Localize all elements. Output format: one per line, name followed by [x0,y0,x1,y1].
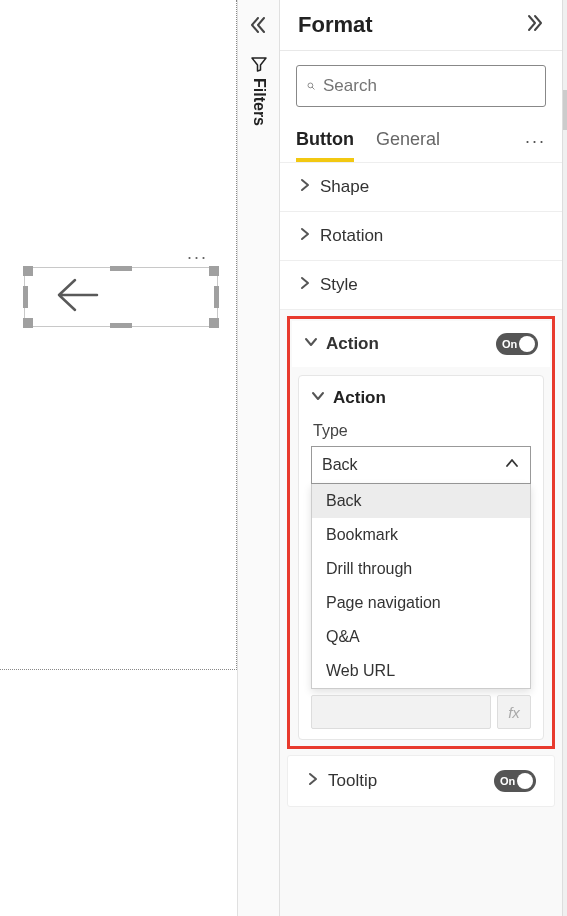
visual-options-menu[interactable]: ··· [187,247,208,268]
chevron-up-icon [504,455,520,475]
chevron-right-icon [298,178,312,196]
section-style[interactable]: Style [280,261,562,310]
svg-line-1 [312,87,314,89]
toggle-on-label: On [502,338,517,350]
format-tabs: Button General ··· [280,117,562,163]
section-label: Style [320,275,544,295]
fx-button[interactable]: fx [497,695,531,729]
section-label: Shape [320,177,544,197]
filter-icon [251,56,267,72]
report-canvas[interactable]: ··· [0,0,237,670]
resize-handle[interactable] [23,318,33,328]
search-icon [307,76,315,96]
format-pane-body: Button General ··· Shape Rotation Style … [280,50,562,916]
filters-pane-label[interactable]: Filters [250,56,268,126]
section-rotation[interactable]: Rotation [280,212,562,261]
section-label: Rotation [320,226,544,246]
chevron-right-icon [298,276,312,294]
tooltip-toggle[interactable]: On [494,770,536,792]
resize-handle[interactable] [110,266,132,271]
disabled-field-row: fx [311,695,531,729]
filters-text: Filters [250,78,268,126]
tab-button[interactable]: Button [296,121,354,162]
toggle-knob [519,336,535,352]
dropdown-option-page-navigation[interactable]: Page navigation [312,586,530,620]
chevron-right-icon [306,772,320,790]
filters-pane-collapsed: Filters [237,0,279,916]
section-label: Action [326,334,488,354]
chevron-right-icon [298,227,312,245]
section-label: Tooltip [328,771,486,791]
back-arrow-icon [53,276,101,318]
card-title: Action [333,388,386,408]
button-visual[interactable]: ··· [24,267,218,327]
format-search-box[interactable] [296,65,546,107]
pane-title: Format [298,12,373,38]
section-action[interactable]: Action On [292,321,550,367]
action-sub-header[interactable]: Action [299,376,543,416]
action-card: Action Type Back Back Bookmark Drill thr… [298,375,544,740]
dropdown-option-web-url[interactable]: Web URL [312,654,530,688]
action-type-dropdown: Back Bookmark Drill through Page navigat… [311,484,531,689]
right-collapsed-pane-tab[interactable] [563,90,567,130]
resize-handle[interactable] [209,318,219,328]
resize-handle[interactable] [209,266,219,276]
action-type-select[interactable]: Back [311,446,531,484]
format-pane-header: Format [280,0,562,50]
selection-outline [24,267,218,327]
search-input[interactable] [323,76,535,96]
toggle-on-label: On [500,775,515,787]
resize-handle[interactable] [110,323,132,328]
dropdown-option-drill-through[interactable]: Drill through [312,552,530,586]
action-toggle[interactable]: On [496,333,538,355]
toggle-knob [517,773,533,789]
format-pane: Format Button General ··· Shape Rotation [279,0,562,916]
disabled-input [311,695,491,729]
tab-general[interactable]: General [376,121,440,162]
chevron-down-icon [304,335,318,353]
dropdown-option-back[interactable]: Back [312,484,530,518]
resize-handle[interactable] [214,286,219,308]
section-tooltip[interactable]: Tooltip On [287,755,555,807]
resize-handle[interactable] [23,286,28,308]
type-field-label: Type [299,416,543,444]
dropdown-option-bookmark[interactable]: Bookmark [312,518,530,552]
highlighted-action-section: Action On Action Type Back Back [287,316,555,749]
right-edge-strip [562,0,567,916]
expand-filters-icon[interactable] [247,14,269,40]
chevron-down-icon [311,389,325,407]
collapse-format-icon[interactable] [524,12,546,38]
dropdown-option-qa[interactable]: Q&A [312,620,530,654]
selected-value: Back [322,456,358,474]
tabs-more-icon[interactable]: ··· [525,131,546,152]
resize-handle[interactable] [23,266,33,276]
section-shape[interactable]: Shape [280,163,562,212]
